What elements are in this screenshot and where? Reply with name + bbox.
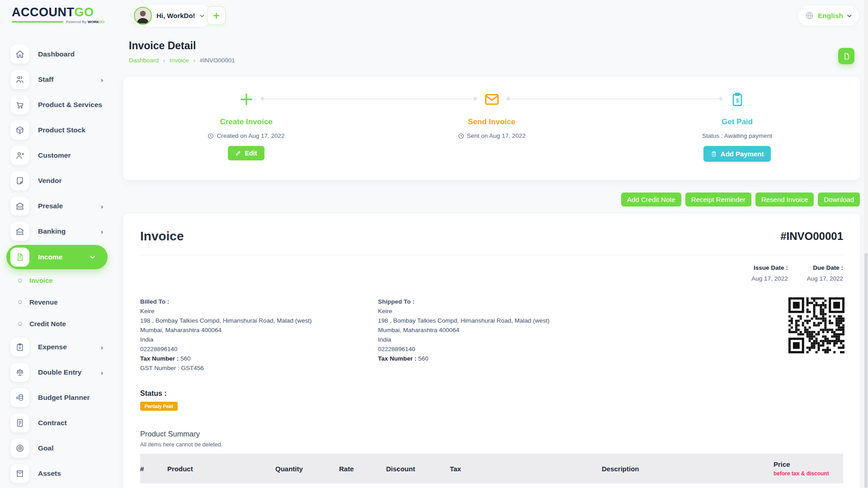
chevron-right-icon: › [101,76,103,84]
due-date: Due Date : Aug 17, 2022 [807,264,843,282]
logo-text: ACCOUNTGO [12,5,104,19]
sidebar-item-income-active[interactable]: Income [6,245,108,269]
step-subtitle: Status : Awaiting payment [614,132,860,139]
avatar [134,7,152,25]
chevron-right-icon: › [163,57,165,64]
sidebar-subitem-credit-note[interactable]: Credit Note [0,313,116,334]
col-tax: Tax [450,465,602,473]
status-block: Status : Partialy Paid [140,389,843,411]
quick-add-button[interactable]: + [207,6,226,25]
invoice-progress-card: Create Invoice Created on Aug 17, 2022 E… [123,77,860,180]
breadcrumb-current: #INVO00001 [200,57,235,64]
sidebar-item-expense[interactable]: $ Expense › [0,334,116,360]
target-icon [10,439,29,458]
invoice-dates: Issue Date : Aug 17, 2022 Due Date : Aug… [140,264,843,282]
chevron-down-icon [200,14,204,18]
sidebar-item-banking[interactable]: Banking › [0,219,116,244]
sidebar-item-vendor[interactable]: Vendor [0,168,116,193]
sidebar-item-label: Banking [38,227,66,235]
breadcrumb-invoice[interactable]: Invoice [170,57,189,64]
step-get-paid: $ Get Paid Status : Awaiting payment $ A… [614,77,860,180]
receipt-reminder-button[interactable]: Receipt Reminder [685,192,751,206]
package-icon [10,121,29,140]
sidebar-subitem-revenue[interactable]: Revenue [0,291,116,313]
download-button[interactable]: Download [818,192,860,206]
sidebar: Dashboard Staff › Product & Services Pro… [0,32,116,488]
bullet-icon [18,278,22,282]
scrollbar-track [864,0,868,488]
users-icon [10,70,29,89]
sidebar-item-presale[interactable]: Presale › [0,193,116,219]
status-label: Status : [140,389,843,398]
sidebar-item-staff[interactable]: Staff › [0,67,116,92]
receipt-dollar-icon: $ [614,90,860,108]
bullet-icon [18,300,22,304]
plus-icon: + [213,9,219,22]
invoice-icon [10,248,29,267]
product-table: # Product Quantity Rate Discount Tax Des… [140,454,843,488]
sidebar-item-budget-planner[interactable]: $ Budget Planner [0,385,116,410]
add-payment-button[interactable]: $ Add Payment [703,146,771,162]
status-badge: Partialy Paid [140,402,178,411]
col-discount: Discount [386,465,450,473]
language-label: English [818,12,843,20]
sidebar-item-label: Contract [38,419,67,427]
sidebar-item-label: Income [38,253,62,261]
sidebar-item-label: Dashboard [38,50,75,58]
sidebar-item-label: Vendor [38,177,62,185]
divider [140,255,843,255]
breadcrumb-dashboard[interactable]: Dashboard [129,57,159,64]
invoice-card: Invoice #INVO00001 Issue Date : Aug 17, … [123,214,860,488]
export-document-button[interactable] [838,48,854,64]
step-title: Get Paid [614,117,860,127]
step-title: Send Invoice [369,117,614,127]
invoice-title: Invoice [140,229,184,244]
product-summary-subtitle: All items here cannot be deleted. [140,441,843,448]
chevron-right-icon: › [101,202,103,210]
accountgo-logo[interactable]: ACCOUNTGO Powered By WORKDO [12,5,104,24]
bullet-icon [18,322,22,326]
issue-date: Issue Date : Aug 17, 2022 [751,264,788,282]
add-credit-note-button[interactable]: Add Credit Note [621,192,681,206]
user-menu[interactable]: Hi, WorkDo! [132,5,212,27]
price-note: before tax & discount [774,470,843,477]
sidebar-item-contract[interactable]: Contract [0,410,116,436]
col-product: Product [167,465,275,473]
sidebar-item-goal[interactable]: Goal [0,436,116,461]
scrollbar-thumb[interactable] [864,253,868,488]
step-subtitle: Sent on Aug 17, 2022 [369,132,614,139]
col-rate: Rate [339,465,386,473]
plus-icon [123,90,369,108]
bank-icon [10,222,29,241]
step-subtitle: Created on Aug 17, 2022 [123,132,369,139]
language-selector[interactable]: English [798,5,859,26]
resend-invoice-button[interactable]: Resend Invoice [755,192,814,206]
sidebar-item-customer[interactable]: Customer [0,143,116,168]
sidebar-item-label: Customer [38,151,71,160]
sidebar-item-assets[interactable]: Assets [0,461,116,486]
coins-icon: $ [10,388,29,407]
sidebar-item-product-stock[interactable]: Product Stock [0,117,116,143]
invoice-number: #INVO00001 [780,230,843,243]
sidebar-subitem-invoice[interactable]: Invoice [0,269,116,291]
user-greeting: Hi, WorkDo! [156,12,195,19]
col-num: # [140,465,167,473]
user-plus-icon [10,146,29,165]
sidebar-item-product-services[interactable]: Product & Services [0,92,116,117]
sidebar-item-double-entry[interactable]: Double Entry › [0,360,116,385]
sidebar-item-dashboard[interactable]: Dashboard [0,42,116,67]
logo-tagline: Powered By WORKDO [12,20,104,24]
sidebar-item-label: Double Entry [38,368,81,376]
scales-icon [10,363,29,382]
table-row: 1 Bicycle Accessories 1 (Pc) 90.00$ 0.00… [140,483,843,488]
chevron-down-icon [90,255,95,259]
sidebar-item-label: Staff [38,75,53,84]
edit-button[interactable]: Edit [228,146,264,160]
logo-underline [12,21,63,23]
note-icon [10,171,29,190]
sidebar-item-label: Invoice [29,277,53,284]
bank-icon [10,197,29,216]
chevron-down-icon [847,14,852,18]
sidebar-item-label: Product Stock [38,126,85,134]
cart-icon [10,95,29,114]
